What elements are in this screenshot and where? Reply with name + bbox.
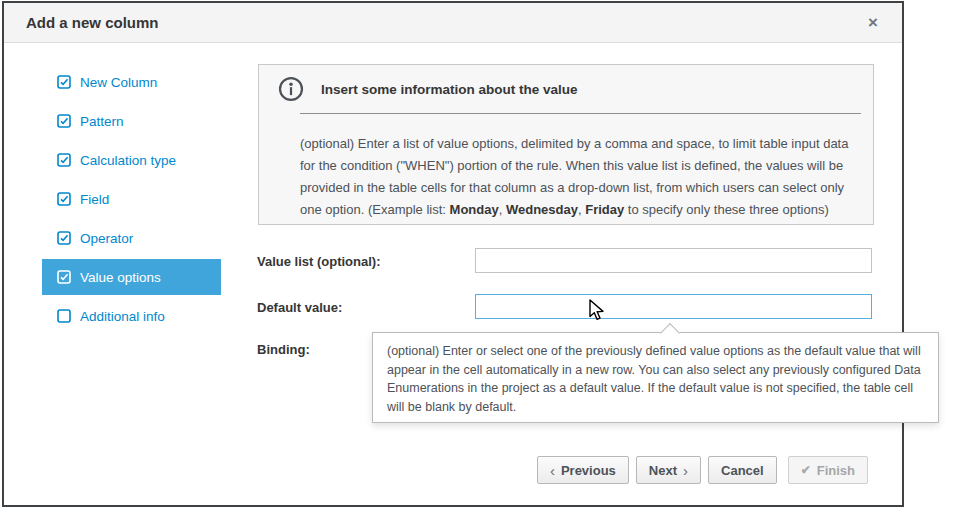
default-value-tooltip: (optional) Enter or select one of the pr…: [372, 332, 939, 423]
check-square-icon: [57, 153, 71, 167]
finish-button[interactable]: ✔ Finish: [788, 456, 868, 484]
info-panel-divider: [300, 113, 861, 114]
info-panel: Insert some information about the value …: [258, 64, 874, 225]
sidebar-item-value-options[interactable]: Value options: [42, 259, 221, 295]
chevron-right-icon: ›: [683, 463, 688, 478]
check-square-icon: [57, 75, 71, 89]
empty-square-icon: [57, 309, 71, 323]
check-square-icon: [57, 231, 71, 245]
dialog-titlebar: Add a new column ×: [4, 3, 902, 43]
sidebar-item-label: Pattern: [80, 114, 124, 129]
binding-label: Binding:: [257, 342, 310, 357]
info-panel-title: Insert some information about the value: [321, 82, 578, 97]
mouse-cursor-icon: [588, 299, 608, 321]
add-column-dialog: Add a new column × New Column Pattern Ca…: [2, 1, 904, 507]
cancel-button[interactable]: Cancel: [708, 456, 777, 484]
sidebar-item-new-column[interactable]: New Column: [42, 64, 221, 100]
page-background: Add a new column × New Column Pattern Ca…: [0, 0, 976, 515]
check-square-icon: [57, 192, 71, 206]
info-circle-icon: [278, 76, 304, 102]
sidebar-item-additional-info[interactable]: Additional info: [42, 298, 221, 334]
sidebar-item-label: Operator: [80, 231, 133, 246]
default-value-label: Default value:: [257, 300, 342, 315]
sidebar-item-label: Calculation type: [80, 153, 176, 168]
sidebar-item-label: New Column: [80, 75, 157, 90]
info-panel-body: (optional) Enter a list of value options…: [300, 133, 862, 221]
check-square-icon: [57, 114, 71, 128]
wizard-footer: ‹ Previous Next › Cancel ✔ Finish: [537, 456, 868, 484]
wizard-steps: New Column Pattern Calculation type Fiel…: [42, 61, 221, 337]
sidebar-item-label: Field: [80, 192, 109, 207]
next-button[interactable]: Next ›: [636, 456, 701, 484]
chevron-left-icon: ‹: [550, 463, 555, 478]
default-value-input[interactable]: [475, 294, 872, 319]
close-icon[interactable]: ×: [868, 3, 878, 43]
sidebar-item-pattern[interactable]: Pattern: [42, 103, 221, 139]
dialog-title: Add a new column: [26, 3, 159, 43]
sidebar-item-label: Value options: [80, 270, 161, 285]
sidebar-item-label: Additional info: [80, 309, 165, 324]
check-square-icon: [57, 270, 71, 284]
value-list-label: Value list (optional):: [257, 254, 381, 269]
tooltip-text: (optional) Enter or select one of the pr…: [373, 333, 938, 425]
sidebar-item-calculation-type[interactable]: Calculation type: [42, 142, 221, 178]
value-list-input[interactable]: [475, 248, 872, 273]
check-icon: ✔: [801, 463, 811, 477]
sidebar-item-field[interactable]: Field: [42, 181, 221, 217]
previous-button[interactable]: ‹ Previous: [537, 456, 629, 484]
sidebar-item-operator[interactable]: Operator: [42, 220, 221, 256]
